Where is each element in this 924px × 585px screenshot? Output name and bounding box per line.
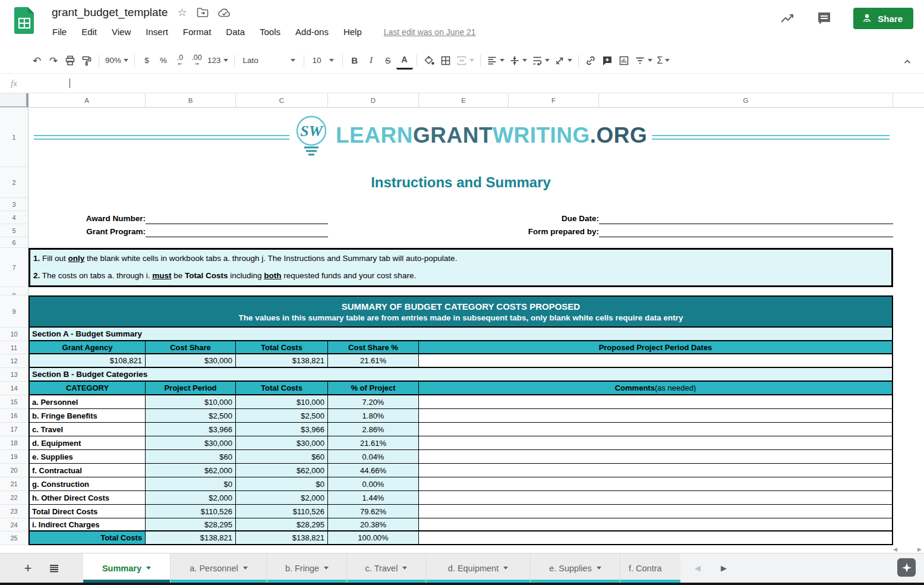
menu-view[interactable]: View [112,27,131,37]
comment-cell[interactable] [419,450,893,463]
menu-format[interactable]: Format [183,27,212,37]
text-color-button[interactable]: A [396,52,413,70]
total-costs-value[interactable]: $138,821 [236,354,328,367]
row-header[interactable]: 17 [0,423,29,436]
column-header-c[interactable]: C [236,93,328,107]
pct-cell[interactable]: 79.62% [328,505,419,518]
total-costs-cell[interactable]: $2,000 [236,491,328,504]
due-date-input-line[interactable] [599,213,893,224]
tab-fringe[interactable]: b. Fringe [267,553,346,583]
print-button[interactable] [62,52,78,70]
scroll-left-icon[interactable]: ◀ [893,546,897,552]
row-header[interactable]: 19 [0,450,29,464]
redo-button[interactable]: ↷ [45,52,62,70]
row-header[interactable]: 21 [0,477,29,491]
total-costs-cell[interactable]: $110,526 [236,505,328,518]
last-edit-link[interactable]: Last edit was on June 21 [384,27,476,37]
italic-button[interactable]: I [363,52,380,70]
comment-cell[interactable] [419,477,893,490]
row-header[interactable]: 18 [0,436,29,450]
menu-edit[interactable]: Edit [81,27,97,37]
pct-cell[interactable]: 1.44% [328,491,419,504]
grant-agency-value[interactable]: $108,821 [29,354,146,367]
row-header[interactable]: 15 [0,395,29,409]
insert-comment-button[interactable] [599,52,616,70]
pct-cell[interactable]: 1.80% [328,409,419,422]
add-sheet-button[interactable]: + [24,561,32,576]
category-cell[interactable]: c. Travel [29,423,146,436]
header-comments[interactable]: Comments (as needed) [419,382,893,394]
comment-cell[interactable] [419,491,893,504]
row-header[interactable]: 22 [0,491,29,505]
category-cell[interactable]: f. Contractual [29,464,146,477]
fill-color-button[interactable] [421,52,437,70]
tab-contractual[interactable]: f. Contra [620,553,680,583]
header-cost-share-pct[interactable]: Cost Share % [328,341,419,353]
increase-decimal-button[interactable]: .00→ [188,52,205,70]
pct-cell[interactable]: 7.20% [328,395,419,408]
column-header-d[interactable]: D [328,93,419,107]
font-size-select[interactable]: 10 [308,52,339,70]
cost-share-pct-value[interactable]: 21.61% [328,354,419,367]
total-costs-label[interactable]: Total Costs [29,531,146,544]
total-costs-cell[interactable]: $60 [236,450,328,463]
tab-supplies[interactable]: e. Supplies [530,553,620,583]
category-cell[interactable]: a. Personnel [29,395,146,408]
share-button[interactable]: Share [853,8,913,29]
header-project-period[interactable]: Project Period [146,382,236,394]
cloud-saved-icon[interactable] [218,8,231,18]
category-cell[interactable]: g. Construction [29,477,146,490]
header-grant-agency[interactable]: Grant Agency [29,341,146,353]
pct-cell[interactable]: 20.38% [328,518,419,530]
row-header[interactable]: 3 [0,198,29,211]
bold-button[interactable]: B [346,52,363,70]
select-all-corner[interactable] [0,93,29,107]
column-header-e[interactable]: E [419,93,509,107]
scroll-right-icon[interactable]: ▶ [917,546,922,552]
tab-scroll-right-icon[interactable]: ▶ [721,564,727,573]
column-header-b[interactable]: B [146,93,236,107]
pct-cell[interactable]: 44.66% [328,464,419,477]
row-header[interactable]: 5 [0,224,29,237]
all-sheets-button[interactable] [49,564,59,573]
project-period-cell[interactable]: $60 [146,450,236,463]
collapse-toolbar-button[interactable] [899,53,916,71]
project-period-cell[interactable]: $30,000 [146,436,236,449]
pct-cell[interactable]: 0.00% [328,477,419,490]
menu-data[interactable]: Data [226,27,245,37]
comment-cell[interactable] [419,423,893,436]
header-project-period-dates[interactable]: Proposed Project Period Dates [419,341,893,353]
format-percent-button[interactable]: % [155,52,172,70]
insert-link-button[interactable] [582,52,599,70]
row-header[interactable]: 25 [0,531,29,545]
project-period-cell[interactable]: $2,500 [146,409,236,422]
project-period-cell[interactable]: $10,000 [146,395,236,408]
total-costs-cell[interactable]: $0 [236,477,328,490]
horizontal-align-button[interactable] [484,52,507,70]
functions-button[interactable]: Σ [655,52,673,70]
total-costs-cell[interactable]: $10,000 [236,395,328,408]
row-header[interactable]: 11 [0,341,29,354]
section-b-label[interactable]: Section B - Budget Categories [29,368,893,382]
row-header[interactable]: 6 [0,237,29,248]
version-history-icon[interactable] [780,11,795,26]
tab-personnel[interactable]: a. Personnel [170,553,267,583]
row-header[interactable]: 14 [0,382,29,395]
comment-cell[interactable] [419,531,893,544]
project-period-cell[interactable]: $62,000 [146,464,236,477]
row-header[interactable]: 23 [0,505,29,518]
font-select[interactable]: Lato [238,52,300,70]
row-header[interactable]: 1 [0,108,29,167]
section-a-label[interactable]: Section A - Budget Summary [29,328,893,341]
menu-insert[interactable]: Insert [146,27,168,37]
decrease-decimal-button[interactable]: .0← [172,52,188,70]
sheets-app-icon[interactable] [14,7,34,34]
project-period-cell[interactable]: $3,966 [146,423,236,436]
project-period-cell[interactable]: $0 [146,477,236,490]
header-pct-of-project[interactable]: % of Project [328,382,419,394]
category-cell[interactable]: b. Fringe Benefits [29,409,146,422]
pct-cell[interactable]: 0.04% [328,450,419,463]
row-header[interactable]: 7 [0,248,29,287]
total-costs-cell[interactable]: $30,000 [236,436,328,449]
text-rotation-button[interactable] [552,52,575,70]
